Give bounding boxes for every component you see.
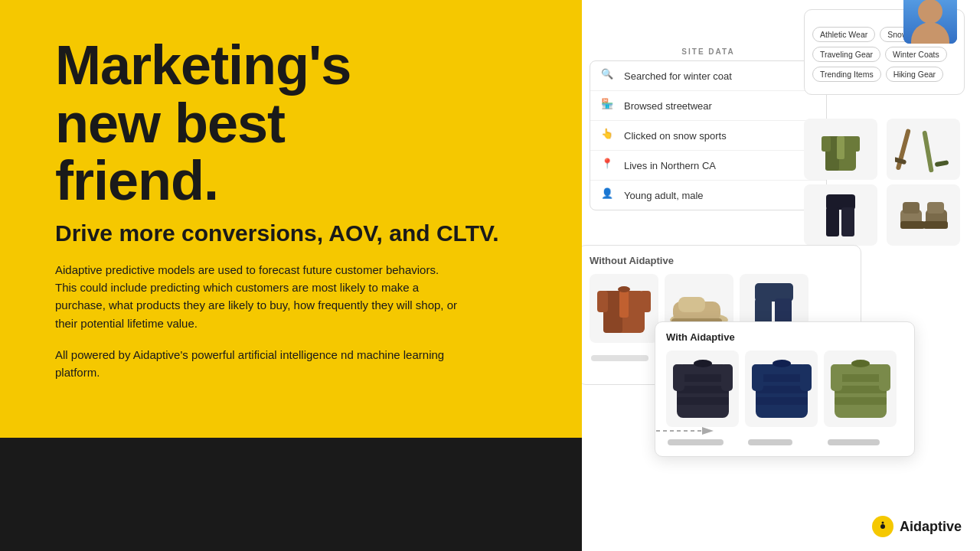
brown-bomber-image (594, 277, 654, 340)
tag-trending-items: Trending Items (812, 67, 881, 82)
tag-winter-coats: Winter Coats (885, 47, 947, 62)
tag-hiking-gear: Hiking Gear (886, 67, 943, 82)
left-panel: Marketing'snew bestfriend. Drive more co… (0, 0, 582, 551)
tag-traveling-gear: Traveling Gear (812, 47, 880, 62)
aidaptive-logo: Aidaptive (872, 516, 962, 537)
browse-icon: 🏪 (601, 98, 616, 113)
site-data-text-click: Clicked on snow sports (624, 130, 727, 142)
product-card-hiking-boots (887, 184, 960, 246)
svg-point-24 (618, 286, 630, 292)
svg-rect-49 (835, 397, 887, 405)
body-text-2: All powered by Aidaptive's powerful arti… (55, 346, 461, 382)
site-data-box: 🔍 Searched for winter coat 🏪 Browsed str… (590, 60, 827, 210)
svg-rect-36 (673, 364, 684, 391)
body-text-1: Aidaptive predictive models are used to … (55, 261, 461, 332)
svg-rect-12 (841, 207, 854, 236)
click-icon: 👆 (601, 128, 616, 143)
svg-rect-33 (677, 374, 729, 382)
svg-point-57 (881, 522, 884, 524)
site-data-text-person: Young adult, male (624, 190, 704, 201)
black-puffer-image (669, 353, 737, 425)
subheadline: Drive more conversions, AOV, and CLTV. (55, 220, 536, 247)
svg-point-52 (851, 360, 870, 367)
svg-rect-23 (640, 291, 651, 312)
navy-puffer-image (748, 353, 815, 425)
product-grid-top (804, 119, 965, 246)
olive-puffer-image (827, 353, 894, 425)
ski-poles-image (895, 125, 952, 174)
bottom-dark-bar (0, 438, 582, 551)
svg-rect-15 (903, 202, 920, 214)
svg-rect-50 (831, 364, 842, 391)
svg-rect-18 (927, 202, 944, 214)
without-product-1 (590, 274, 658, 343)
avatar-body (911, 22, 949, 44)
search-icon: 🔍 (601, 68, 616, 83)
tag-athletic-wear: Athletic Wear (812, 27, 875, 42)
svg-rect-35 (677, 397, 729, 405)
svg-marker-54 (702, 427, 714, 435)
with-product-1 (666, 350, 739, 427)
svg-rect-34 (677, 386, 729, 393)
product-card-ski-poles (887, 119, 960, 180)
svg-rect-51 (879, 364, 890, 391)
logo-icon (877, 520, 889, 533)
profile-card: Athletic Wear Snowboarding Traveling Gea… (804, 9, 965, 95)
svg-rect-42 (756, 397, 808, 405)
with-title: With Aidaptive (666, 331, 903, 343)
svg-rect-9 (934, 160, 949, 167)
logo-circle (872, 516, 893, 537)
svg-rect-21 (619, 291, 629, 318)
svg-rect-14 (900, 221, 925, 229)
svg-rect-4 (822, 136, 831, 152)
site-data-row-search: 🔍 Searched for winter coat (590, 61, 826, 91)
avatar (903, 0, 957, 44)
tags-row-3: Trending Items Hiking Gear (812, 67, 956, 82)
logo-text: Aidaptive (900, 519, 962, 535)
site-data-row-location: 📍 Lives in Northern CA (590, 151, 826, 181)
svg-rect-17 (923, 221, 948, 229)
right-panel: SITE DATA 🔍 Searched for winter coat 🏪 B… (582, 0, 980, 551)
avatar-face (918, 0, 942, 24)
svg-rect-27 (678, 297, 705, 312)
svg-rect-41 (756, 386, 808, 393)
svg-rect-5 (851, 136, 860, 152)
with-products (666, 350, 903, 427)
svg-rect-48 (835, 386, 887, 393)
site-data-text-browse: Browsed streetwear (624, 100, 712, 112)
product-card-olive-jacket (804, 119, 877, 180)
site-data-label: SITE DATA (590, 47, 827, 56)
site-data-text-location: Lives in Northern CA (624, 160, 716, 171)
svg-rect-43 (752, 364, 763, 391)
svg-rect-3 (837, 136, 844, 159)
svg-point-56 (880, 524, 885, 529)
site-data-row-person: 👤 Young adult, male (590, 181, 826, 210)
comparison-section: Without Aidaptive (582, 245, 980, 385)
site-data-row-click: 👆 Clicked on snow sports (590, 121, 826, 151)
avatar-image (903, 0, 957, 44)
svg-rect-22 (597, 291, 608, 312)
site-data-text-search: Searched for winter coat (624, 70, 732, 82)
svg-point-45 (773, 360, 791, 367)
without-title: Without Aidaptive (590, 255, 850, 266)
svg-point-38 (694, 360, 712, 367)
svg-rect-11 (826, 207, 839, 236)
with-product-3 (824, 350, 897, 427)
svg-rect-47 (835, 374, 887, 382)
olive-jacket-image (818, 125, 864, 174)
hiking-boots-image (897, 191, 950, 240)
svg-rect-44 (800, 364, 812, 391)
svg-rect-37 (721, 364, 733, 391)
with-product-2 (745, 350, 818, 427)
person-icon: 👤 (601, 187, 616, 203)
dotted-arrow-between (656, 419, 717, 442)
svg-rect-40 (756, 374, 808, 382)
tags-row-2: Traveling Gear Winter Coats (812, 47, 956, 62)
dark-pants-image (820, 191, 862, 240)
dotted-connector-2 (826, 106, 827, 107)
product-card-dark-pants (804, 184, 877, 246)
site-data-row-browse: 🏪 Browsed streetwear (590, 91, 826, 121)
headline: Marketing'snew bestfriend. (55, 37, 536, 210)
location-icon: 📍 (601, 158, 616, 173)
site-data-container: SITE DATA 🔍 Searched for winter coat 🏪 B… (590, 47, 827, 210)
